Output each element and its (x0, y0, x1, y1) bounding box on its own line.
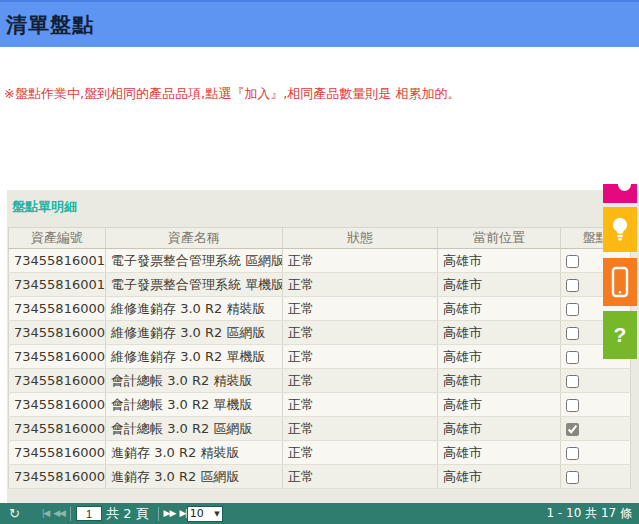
cell-status: 正常 (283, 465, 438, 489)
page-header: 清單盤點 (0, 0, 639, 47)
cell-asset-name: 維修進銷存 3.0 R2 區網版 (106, 321, 283, 345)
table-row[interactable]: 734558160002 進銷存 3.0 R2 區網版 正常 高雄市 (9, 465, 631, 489)
inventory-notice-text: ※盤點作業中,盤到相同的產品品項,點選『加入』,相同產品數量則是 相累加的。 (4, 85, 604, 103)
next-page-button[interactable]: ▶▶ (164, 509, 176, 518)
cell-asset-id: 734558160009 (9, 297, 106, 321)
cell-asset-id: 734558160008 (9, 321, 106, 345)
cell-location: 高雄市 (438, 273, 561, 297)
cell-status: 正常 (283, 417, 438, 441)
cell-asset-id: 734558160007 (9, 345, 106, 369)
cell-location: 高雄市 (438, 297, 561, 321)
cell-asset-id: 734558160003 (9, 441, 106, 465)
cell-location: 高雄市 (438, 345, 561, 369)
panel-title-link: 盤點單明細 (12, 198, 77, 216)
cell-location: 高雄市 (438, 417, 561, 441)
page-size-value: 10 (190, 507, 204, 520)
table-row[interactable]: 734558160008 維修進銷存 3.0 R2 區網版 正常 高雄市 (9, 321, 631, 345)
cell-asset-id: 734558160010 (9, 273, 106, 297)
table-row[interactable]: 734558160005 會計總帳 3.0 R2 單機版 正常 高雄市 (9, 393, 631, 417)
cell-location: 高雄市 (438, 369, 561, 393)
refresh-icon[interactable]: ↻ (9, 507, 20, 520)
inventory-detail-panel: 盤點單明細 資產編號 資產名稱 狀態 當前位置 盤點 734558160011 … (7, 190, 639, 503)
inventory-checkbox[interactable] (566, 399, 579, 412)
inventory-checkbox[interactable] (566, 303, 579, 316)
cell-location: 高雄市 (438, 393, 561, 417)
cell-status: 正常 (283, 273, 438, 297)
page-number-input[interactable] (76, 506, 102, 521)
cell-status: 正常 (283, 345, 438, 369)
cell-asset-name: 電子發票整合管理系統 區網版 (106, 249, 283, 273)
cell-status: 正常 (283, 249, 438, 273)
column-header-status[interactable]: 狀態 (283, 228, 438, 249)
table-row[interactable]: 734558160004 會計總帳 3.0 R2 區網版 正常 高雄市 (9, 417, 631, 441)
inventory-checkbox[interactable] (566, 327, 579, 340)
cell-asset-name: 進銷存 3.0 R2 區網版 (106, 465, 283, 489)
inventory-table: 資產編號 資產名稱 狀態 當前位置 盤點 734558160011 電子發票整合… (8, 227, 631, 489)
pager-divider (70, 507, 71, 521)
question-mark-icon: ? (614, 323, 627, 347)
column-header-asset-id[interactable]: 資產編號 (9, 228, 106, 249)
table-row[interactable]: 734558160009 維修進銷存 3.0 R2 精裝版 正常 高雄市 (9, 297, 631, 321)
cell-asset-name: 進銷存 3.0 R2 精裝版 (106, 441, 283, 465)
cell-location: 高雄市 (438, 249, 561, 273)
cell-asset-name: 會計總帳 3.0 R2 區網版 (106, 417, 283, 441)
cell-status: 正常 (283, 321, 438, 345)
smartphone-icon (609, 265, 631, 299)
table-header-row: 資產編號 資產名稱 狀態 當前位置 盤點 (9, 228, 631, 249)
clipped-icon (618, 184, 631, 191)
prev-page-button[interactable]: ◀◀ (53, 509, 65, 518)
pager-bar: ↻ |◀ ◀◀ 共 2 頁 ▶▶ ▶| 10 ▼ 1 - 10 共 17 條 (0, 503, 639, 524)
table-row[interactable]: 734558160003 進銷存 3.0 R2 精裝版 正常 高雄市 (9, 441, 631, 465)
chevron-down-icon: ▼ (214, 510, 219, 518)
inventory-checkbox[interactable] (566, 279, 579, 292)
cell-location: 高雄市 (438, 321, 561, 345)
table-row[interactable]: 734558160007 維修進銷存 3.0 R2 單機版 正常 高雄市 (9, 345, 631, 369)
cell-status: 正常 (283, 393, 438, 417)
cell-asset-name: 維修進銷存 3.0 R2 單機版 (106, 345, 283, 369)
column-header-location[interactable]: 當前位置 (438, 228, 561, 249)
cell-asset-id: 734558160006 (9, 369, 106, 393)
column-header-asset-name[interactable]: 資產名稱 (106, 228, 283, 249)
inventory-checkbox[interactable] (566, 351, 579, 364)
tips-button[interactable] (603, 207, 637, 252)
cell-status: 正常 (283, 297, 438, 321)
help-button[interactable]: ? (603, 311, 637, 359)
cell-status: 正常 (283, 369, 438, 393)
cell-asset-id: 734558160002 (9, 465, 106, 489)
table-row[interactable]: 734558160010 電子發票整合管理系統 單機版 正常 高雄市 (9, 273, 631, 297)
page-title: 清單盤點 (0, 11, 94, 39)
cell-status: 正常 (283, 441, 438, 465)
cell-asset-id: 734558160011 (9, 249, 106, 273)
total-pages-label: 共 2 頁 (106, 505, 149, 523)
first-page-button[interactable]: |◀ (42, 509, 49, 518)
cell-location: 高雄市 (438, 441, 561, 465)
record-range-label: 1 - 10 共 17 條 (546, 505, 632, 522)
page-size-select[interactable]: 10 ▼ (187, 506, 223, 522)
cell-location: 高雄市 (438, 465, 561, 489)
cell-asset-name: 會計總帳 3.0 R2 單機版 (106, 393, 283, 417)
cell-asset-name: 會計總帳 3.0 R2 精裝版 (106, 369, 283, 393)
inventory-checkbox[interactable] (566, 471, 579, 484)
cell-asset-id: 734558160004 (9, 417, 106, 441)
clipped-magenta-button[interactable] (603, 184, 637, 203)
cell-asset-name: 電子發票整合管理系統 單機版 (106, 273, 283, 297)
inventory-checkbox[interactable] (566, 255, 579, 268)
cell-asset-name: 維修進銷存 3.0 R2 精裝版 (106, 297, 283, 321)
mobile-button[interactable] (603, 258, 637, 306)
inventory-checkbox[interactable] (566, 423, 579, 436)
pager-divider (158, 507, 159, 521)
table-row[interactable]: 734558160006 會計總帳 3.0 R2 精裝版 正常 高雄市 (9, 369, 631, 393)
table-row[interactable]: 734558160011 電子發票整合管理系統 區網版 正常 高雄市 (9, 249, 631, 273)
lightbulb-icon (608, 215, 632, 245)
inventory-checkbox[interactable] (566, 447, 579, 460)
inventory-checkbox[interactable] (566, 375, 579, 388)
last-page-button[interactable]: ▶| (179, 509, 186, 518)
cell-asset-id: 734558160005 (9, 393, 106, 417)
